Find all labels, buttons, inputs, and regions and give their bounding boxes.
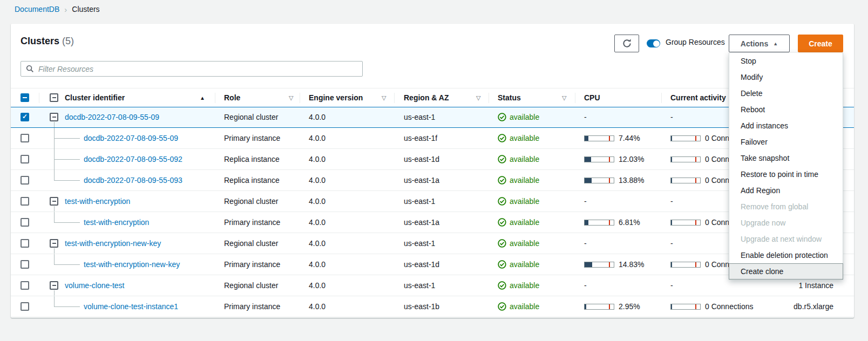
row-checkbox[interactable] [21,281,29,290]
cluster-link[interactable]: volume-clone-test [65,281,125,290]
column-header-role[interactable]: Role [224,93,240,102]
available-check-icon [498,155,506,163]
menu-item-take-snapshot[interactable]: Take snapshot [729,150,843,166]
select-all-checkbox[interactable] [21,93,29,102]
filter-column-icon[interactable]: ▽ [289,94,293,101]
column-header-status[interactable]: Status [498,93,521,102]
table-row[interactable]: docdb-2022-07-08-09-55-09 Primary instan… [11,128,854,149]
cluster-link[interactable]: docdb-2022-07-08-09-55-093 [84,176,182,185]
threshold-tick-icon [695,136,696,141]
column-header-region-az[interactable]: Region & AZ [404,93,449,102]
table-row[interactable]: test-with-encryption Regional cluster 4.… [11,191,854,212]
row-checkbox[interactable] [21,302,29,311]
actions-button-label: Actions [741,39,768,48]
menu-item-add-region[interactable]: Add Region [729,182,843,199]
threshold-tick-icon [609,136,610,141]
menu-item-label: Add instances [741,121,788,130]
cpu-usage-bar [584,156,614,162]
table-row[interactable]: docdb-2022-07-08-09-55-093 Replica insta… [11,170,854,191]
refresh-button[interactable] [614,35,639,52]
available-check-icon [498,302,506,311]
region-az-cell: us-east-1a [404,218,439,227]
table-row[interactable]: volume-clone-test Regional cluster 4.0.0… [11,275,854,296]
cpu-cell: - [584,239,587,248]
tree-stub-line [54,290,55,296]
engine-version-cell: 4.0.0 [309,281,326,290]
filter-box [21,61,363,77]
row-checkbox[interactable] [21,197,29,206]
row-checkbox[interactable] [21,176,29,185]
filter-column-icon[interactable]: ▽ [562,94,566,101]
cpu-cell: - [584,281,587,290]
menu-item-stop[interactable]: Stop [729,53,843,69]
collapse-all-icon[interactable] [50,93,58,102]
cluster-link[interactable]: test-with-encryption [65,197,130,206]
cluster-link[interactable]: docdb-2022-07-08-09-55-09 [84,134,178,142]
breadcrumb-separator-icon: › [64,5,67,13]
table-row[interactable]: docdb-2022-07-08-09-55-09 Regional clust… [11,107,854,128]
table-row[interactable]: volume-clone-test-instance1 Primary inst… [11,296,854,317]
column-header-cpu[interactable]: CPU [584,93,600,102]
menu-item-label: Delete [741,89,762,98]
menu-item-modify[interactable]: Modify [729,69,843,85]
filter-column-icon[interactable]: ▽ [476,94,480,101]
cluster-link[interactable]: test-with-encryption-new-key [65,239,161,248]
menu-item-restore-to-point-in-time[interactable]: Restore to point in time [729,166,843,182]
table-row[interactable]: test-with-encryption-new-key Primary ins… [11,254,854,275]
column-header-engine-version[interactable]: Engine version [309,93,363,102]
cluster-link[interactable]: docdb-2022-07-08-09-55-092 [84,155,182,163]
cpu-value: 6.81% [619,218,640,227]
collapse-row-icon[interactable] [50,281,58,290]
filter-input[interactable] [38,65,357,73]
connections-value: - [670,197,673,206]
search-icon [26,65,34,73]
engine-version-cell: 4.0.0 [309,134,326,142]
row-checkbox[interactable] [21,218,29,227]
row-checkbox[interactable] [21,155,29,163]
breadcrumb-current: Clusters [72,5,99,13]
cluster-link[interactable]: docdb-2022-07-08-09-55-09 [65,113,159,121]
column-header-current-activity[interactable]: Current activity [670,93,726,102]
row-checkbox[interactable] [21,260,29,269]
breadcrumb-root-link[interactable]: DocumentDB [15,5,59,13]
group-resources-toggle[interactable] [647,39,660,47]
menu-item-failover[interactable]: Failover [729,134,843,150]
create-button[interactable]: Create [798,35,843,52]
threshold-tick-icon [695,304,696,309]
cluster-link[interactable]: test-with-encryption [84,218,149,227]
engine-version-cell: 4.0.0 [309,176,326,185]
table-row[interactable]: test-with-encryption Primary instance 4.… [11,212,854,233]
menu-item-add-instances[interactable]: Add instances [729,118,843,134]
sort-ascending-icon[interactable]: ▲ [200,95,205,101]
cpu-cell: - [584,197,587,206]
collapse-row-icon[interactable] [50,113,58,121]
header-divider [575,93,575,103]
role-cell: Primary instance [224,302,280,311]
table-row[interactable]: docdb-2022-07-08-09-55-092 Replica insta… [11,149,854,170]
connections-value: - [670,113,673,121]
menu-item-delete[interactable]: Delete [729,85,843,101]
tree-connector-line [54,254,80,265]
menu-item-reboot[interactable]: Reboot [729,101,843,118]
column-header-cluster-identifier[interactable]: Cluster identifier [65,93,125,102]
row-checkbox[interactable] [21,239,29,248]
menu-item-enable-deletion-protection[interactable]: Enable deletion protection [729,247,843,263]
engine-version-cell: 4.0.0 [309,239,326,248]
threshold-tick-icon [609,178,610,183]
connections-value: - [670,281,673,290]
collapse-row-icon[interactable] [50,197,58,206]
collapse-row-icon[interactable] [50,239,58,248]
engine-version-cell: 4.0.0 [309,197,326,206]
engine-version-cell: 4.0.0 [309,218,326,227]
menu-item-create-clone[interactable]: Create clone [729,263,843,279]
connections-bar [670,262,701,268]
actions-button[interactable]: Actions ▲ [729,35,790,52]
row-checkbox[interactable] [21,113,29,121]
filter-column-icon[interactable]: ▽ [382,94,386,101]
cluster-link[interactable]: volume-clone-test-instance1 [84,302,178,311]
tree-connector-line [54,170,80,181]
table-row[interactable]: test-with-encryption-new-key Regional cl… [11,233,854,254]
row-checkbox[interactable] [21,134,29,142]
menu-item-label: Remove from global [741,202,808,211]
cluster-link[interactable]: test-with-encryption-new-key [84,260,180,269]
